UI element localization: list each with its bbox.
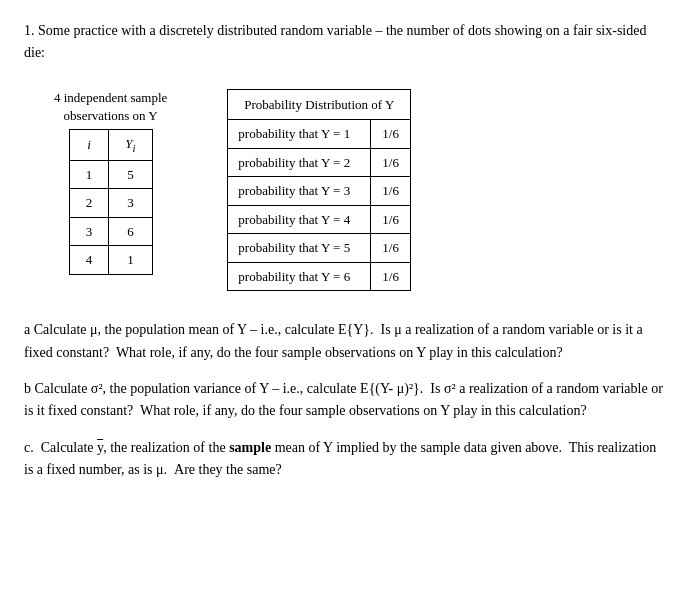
prob-value-1: 1/6 <box>371 120 411 149</box>
question-c-text: c. Calculate y, the realization of the s… <box>24 437 664 482</box>
row-y-3: 6 <box>109 217 152 246</box>
table-row: probability that Y = 3 1/6 <box>228 177 411 206</box>
row-i-4: 4 <box>69 246 109 275</box>
prob-label-2: probability that Y = 2 <box>228 148 371 177</box>
prob-value-3: 1/6 <box>371 177 411 206</box>
left-table-header: i Yi <box>69 130 152 161</box>
table-row: probability that Y = 6 1/6 <box>228 262 411 291</box>
table-row: probability that Y = 4 1/6 <box>228 205 411 234</box>
prob-label-3: probability that Y = 3 <box>228 177 371 206</box>
prob-label-1: probability that Y = 1 <box>228 120 371 149</box>
question-b: b Calculate σ², the population variance … <box>24 378 664 423</box>
row-i-1: 1 <box>69 160 109 189</box>
prob-label-4: probability that Y = 4 <box>228 205 371 234</box>
col-yi-header: Yi <box>109 130 152 161</box>
question-a: a Calculate μ, the population mean of Y … <box>24 319 664 364</box>
row-y-2: 3 <box>109 189 152 218</box>
prob-value-5: 1/6 <box>371 234 411 263</box>
right-table-title: Probability Distribution of Y <box>228 89 411 120</box>
right-table-container: Probability Distribution of Y probabilit… <box>227 89 411 292</box>
right-table-title-row: Probability Distribution of Y <box>228 89 411 120</box>
table-row: 4 1 <box>69 246 152 275</box>
col-i-header: i <box>69 130 109 161</box>
sample-bold: sample <box>229 440 271 455</box>
question-b-text: b Calculate σ², the population variance … <box>24 378 664 423</box>
row-y-1: 5 <box>109 160 152 189</box>
prob-value-2: 1/6 <box>371 148 411 177</box>
prob-value-6: 1/6 <box>371 262 411 291</box>
prob-label-5: probability that Y = 5 <box>228 234 371 263</box>
question-a-text: a Calculate μ, the population mean of Y … <box>24 319 664 364</box>
right-table: Probability Distribution of Y probabilit… <box>227 89 411 292</box>
table-row: probability that Y = 5 1/6 <box>228 234 411 263</box>
table-row: 2 3 <box>69 189 152 218</box>
table-row: probability that Y = 2 1/6 <box>228 148 411 177</box>
left-table-container: 4 independent sample observations on Y i… <box>54 89 167 275</box>
table-row: probability that Y = 1 1/6 <box>228 120 411 149</box>
prob-value-4: 1/6 <box>371 205 411 234</box>
questions-section: a Calculate μ, the population mean of Y … <box>24 319 664 481</box>
left-table-caption: 4 independent sample observations on Y <box>54 89 167 125</box>
intro-text: 1. Some practice with a discretely distr… <box>24 20 664 65</box>
y-bar: y <box>97 440 103 455</box>
table-row: 3 6 <box>69 217 152 246</box>
left-table: i Yi 1 5 2 3 3 6 4 1 <box>69 129 153 275</box>
row-y-4: 1 <box>109 246 152 275</box>
question-c: c. Calculate y, the realization of the s… <box>24 437 664 482</box>
prob-label-6: probability that Y = 6 <box>228 262 371 291</box>
table-row: 1 5 <box>69 160 152 189</box>
row-i-3: 3 <box>69 217 109 246</box>
row-i-2: 2 <box>69 189 109 218</box>
tables-row: 4 independent sample observations on Y i… <box>54 89 664 292</box>
